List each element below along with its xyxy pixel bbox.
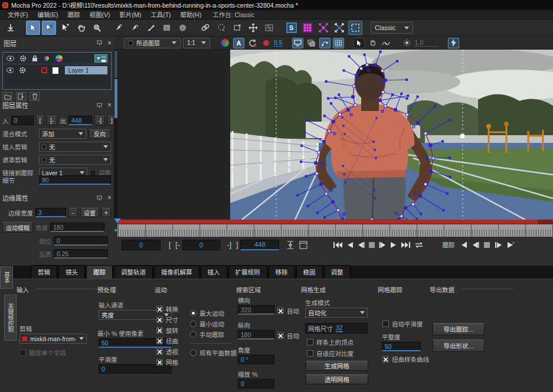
refresh-view-icon[interactable] (247, 38, 258, 48)
flatness-field[interactable]: 50 (382, 342, 421, 351)
adaptive-contrast-checkbox[interactable] (307, 350, 313, 357)
goto-end-button[interactable] (399, 239, 413, 251)
scale-checkbox[interactable] (156, 316, 163, 323)
rect-shape-tool-icon[interactable]: x (160, 21, 174, 35)
tab-stabilize[interactable]: 稳固 (296, 265, 323, 279)
link-tool-icon[interactable] (198, 21, 212, 35)
mesh-checkbox[interactable] (156, 359, 163, 365)
mb-phase-field[interactable]: 0 (54, 236, 108, 246)
blend-mode-dropdown[interactable]: 添加 (39, 129, 86, 139)
set-in-button[interactable]: [- (173, 241, 182, 249)
edge-width-field[interactable]: 3 (35, 208, 66, 217)
tab-track[interactable]: 跟踪 (86, 265, 113, 279)
gen-mode-dropdown[interactable]: 自动化 (305, 308, 368, 318)
alpha-value[interactable]: 0.5 (274, 39, 283, 47)
edge-width-minus-button[interactable]: - (68, 208, 78, 217)
motion-path-icon[interactable] (381, 38, 392, 48)
transparent-mesh-button[interactable]: 透明网格 (306, 374, 368, 384)
menu-track[interactable]: 跟踪 (63, 9, 84, 19)
circle-shape-tool-icon[interactable]: x (176, 21, 190, 35)
layer-outline-color-swatch[interactable] (41, 67, 47, 73)
out-point-field[interactable]: 448 (68, 116, 92, 125)
close-panel-icon[interactable]: × (107, 40, 112, 46)
show-cursor-icon[interactable] (354, 38, 365, 48)
step-backward-button[interactable] (355, 239, 367, 251)
zoom-timeline-in-icon[interactable] (284, 239, 297, 251)
menu-file[interactable]: 文件(F) (4, 9, 32, 19)
shear-checkbox[interactable] (156, 338, 163, 344)
expand-magenta-icon[interactable] (316, 21, 331, 35)
select-both-tool-icon[interactable]: B (42, 21, 56, 35)
translation-checkbox[interactable] (156, 306, 163, 312)
step-forward-button[interactable] (377, 239, 388, 251)
auto-v-checkbox[interactable] (277, 332, 284, 339)
rotation-checkbox[interactable] (156, 327, 163, 334)
keyframe-controls-vertical-tab[interactable]: 关键帧控制 (4, 295, 17, 341)
tab-adjusttrack[interactable]: 调整轨道 (114, 265, 153, 279)
workspace-dropdown[interactable]: Classic (371, 22, 413, 34)
tab-insert[interactable]: 插入 (201, 265, 227, 279)
set-out-button[interactable]: -] (225, 241, 234, 249)
current-frame-field[interactable]: 0 (122, 240, 161, 250)
color-channels-icon[interactable] (220, 38, 231, 48)
alpha-view-icon[interactable]: A (233, 38, 244, 48)
expand-surface-icon[interactable] (332, 21, 346, 35)
existing-planar-radio[interactable] (190, 349, 197, 356)
goto-out-button[interactable]: ] (234, 241, 240, 249)
export-shape-button[interactable]: 导出形状... (433, 339, 485, 352)
fill-color-wheel-icon[interactable] (55, 55, 63, 62)
pin-panel-icon[interactable] (96, 102, 103, 109)
manual-track-radio[interactable] (190, 331, 197, 338)
brush-tool-icon[interactable] (144, 21, 158, 35)
viewer-canvas[interactable] (118, 50, 553, 220)
matte-clip-dropdown[interactable]: 无 (39, 155, 111, 165)
show-monitor-icon[interactable] (292, 38, 303, 48)
zoom-tool-icon[interactable] (90, 21, 104, 35)
menu-help[interactable]: 帮助(H) (176, 9, 206, 19)
generate-mesh-button[interactable]: 生成网格 (306, 361, 368, 371)
menu-tools[interactable]: 工具(T) (146, 9, 175, 19)
new-group-icon[interactable] (2, 92, 12, 101)
goto-start-button[interactable] (331, 239, 345, 251)
show-layers-overlay-icon[interactable] (306, 38, 317, 48)
track-backward-frame-button[interactable]: T (470, 239, 482, 251)
pin-panel-icon[interactable] (96, 195, 103, 201)
layer-row[interactable]: Layer 1 (3, 64, 111, 76)
tab-camera-solve[interactable]: 摄像机解算 (154, 265, 199, 279)
close-panel-icon[interactable]: × (107, 194, 112, 202)
process-all-gear-icon[interactable] (19, 55, 27, 62)
duplicate-layer-icon[interactable] (16, 92, 26, 101)
view-selection-box-icon[interactable] (348, 21, 362, 35)
set-in-button[interactable]: [ (36, 116, 45, 125)
view-layer-dropdown[interactable]: 所选图层 (124, 38, 181, 48)
mesh-warp-tool-icon[interactable] (262, 21, 276, 35)
detail-slider[interactable]: 90 (39, 175, 111, 185)
mesh-size-row[interactable]: 网格尺寸 32 (305, 323, 368, 334)
out-frame-field[interactable]: 448 (240, 240, 279, 250)
powermesh-grid-icon[interactable] (300, 21, 315, 35)
add-point-tool-icon[interactable] (58, 21, 72, 35)
exposure-value[interactable]: 1.0 (415, 39, 439, 47)
timeline-ruler[interactable] (118, 224, 553, 237)
export-track-button[interactable]: 导出跟踪... (433, 323, 485, 335)
in-point-field[interactable]: 0 (11, 116, 34, 125)
delete-layer-icon[interactable] (30, 92, 40, 101)
lock-all-icon[interactable] (32, 55, 38, 62)
trim-out-button[interactable]: -] (94, 116, 105, 125)
stop-button[interactable] (367, 239, 377, 251)
track-backward-button[interactable]: T (458, 239, 470, 251)
overlay-color-icon[interactable] (260, 38, 271, 48)
save-project-icon[interactable] (4, 21, 18, 35)
warp-spline-checkbox[interactable] (382, 356, 389, 362)
loop-mode-button[interactable] (413, 239, 426, 251)
zoom-timeline-out-icon[interactable] (297, 239, 310, 251)
layer-matte-swatch[interactable] (53, 67, 58, 74)
transform-tool-icon[interactable] (230, 21, 244, 35)
invert-button[interactable]: 反向 (89, 129, 111, 139)
trim-in-button[interactable]: [- (47, 116, 57, 125)
tab-remove[interactable]: 移除 (269, 265, 295, 279)
search-h-field[interactable]: 320 (238, 305, 274, 315)
auto-h-checkbox[interactable] (277, 308, 284, 314)
lasso-tool-icon[interactable] (214, 21, 228, 35)
mesh-size-value[interactable]: 32 (336, 324, 343, 332)
